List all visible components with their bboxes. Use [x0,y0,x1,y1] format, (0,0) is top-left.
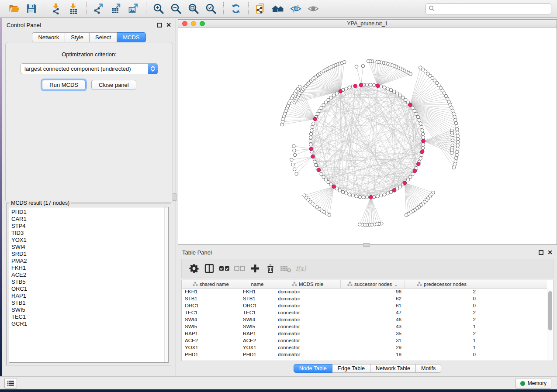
predecessor-nodes-cell[interactable]: 2 [405,309,479,316]
optimization-criterion-select[interactable]: largest connected component (undirected) [21,63,158,74]
successor-nodes-cell[interactable]: 18 [340,351,405,358]
name-cell[interactable]: ORC1 [240,302,275,309]
result-list-item[interactable]: RAP1 [9,292,168,299]
predecessor-nodes-cell[interactable]: 1 [405,344,479,351]
memory-button[interactable]: Memory [515,378,551,389]
column-header-successor-nodes[interactable]: successor nodes⌄ [340,280,405,288]
float-icon[interactable] [157,23,162,28]
export-network-icon[interactable] [92,2,105,15]
refresh-icon[interactable] [229,2,242,15]
shared-name-cell[interactable]: YOX1 [182,344,240,351]
tab-network[interactable]: Network [32,32,65,42]
predecessor-nodes-cell[interactable]: 1 [405,337,479,344]
tab-node-table[interactable]: Node Table [294,364,332,373]
result-list-item[interactable]: STB5 [9,279,168,285]
shared-name-cell[interactable]: RAP1 [182,330,240,337]
table-row[interactable]: YOX1YOX1connector291 [182,344,547,351]
zoom-out-icon[interactable] [170,2,183,15]
shared-name-cell[interactable]: FKH1 [182,288,240,295]
shared-name-cell[interactable]: STB1 [182,295,240,302]
mcds-role-cell[interactable]: connector [275,323,340,330]
show-selected-icon[interactable] [307,2,320,15]
predecessor-nodes-cell[interactable]: 0 [405,295,479,302]
save-icon[interactable] [25,2,38,15]
tab-edge-table[interactable]: Edge Table [332,364,370,373]
open-folder-icon[interactable] [7,2,21,15]
tab-select[interactable]: Select [90,32,117,42]
shared-name-cell[interactable]: SWI5 [182,323,240,330]
close-icon[interactable]: ✕ [166,23,171,28]
table-row[interactable]: ACE2ACE2connector311 [182,337,547,344]
mcds-role-cell[interactable]: connector [275,337,340,344]
name-cell[interactable]: SWI4 [240,316,275,323]
result-list-item[interactable]: PMA2 [9,258,168,265]
zoom-in-icon[interactable] [152,2,165,15]
predecessor-nodes-cell[interactable]: 2 [405,330,479,337]
tab-motifs[interactable]: Motifs [416,364,441,373]
import-table-icon[interactable] [67,2,80,15]
node-table[interactable]: shared namenameMCDS rolesuccessor nodes⌄… [182,280,547,358]
shared-name-cell[interactable]: TEC1 [182,309,240,316]
mcds-role-cell[interactable]: dominator [275,316,340,323]
search-box[interactable] [426,3,551,14]
table-row[interactable]: SWI5SWI5connector431 [182,323,547,330]
result-list-item[interactable]: CAR1 [9,216,168,223]
mcds-result-list[interactable]: PHD1CAR1STP4TID3YOX1SWI4SRD1PMA2FKH1ACE2… [9,207,169,363]
column-header-shared-name[interactable]: shared name [182,280,240,288]
table-row[interactable]: PHD1PHD1dominator180 [182,351,547,358]
successor-nodes-cell[interactable]: 96 [340,288,405,295]
successor-nodes-cell[interactable]: 31 [340,337,405,344]
add-icon[interactable] [249,262,261,275]
successor-nodes-cell[interactable]: 62 [340,295,405,302]
name-cell[interactable]: SWI5 [240,323,275,330]
zoom-selected-icon[interactable] [204,2,218,15]
table-scrollbar[interactable] [547,289,553,360]
result-list-item[interactable]: FKH1 [9,265,168,272]
share-document-icon[interactable] [254,2,267,15]
columns-icon[interactable] [203,262,215,275]
mcds-role-cell[interactable]: dominator [275,351,340,358]
result-list-item[interactable]: TEC1 [9,313,168,320]
shared-name-cell[interactable]: ORC1 [182,302,240,309]
hide-selected-icon[interactable] [289,2,302,15]
column-header-MCDS-role[interactable]: MCDS role [275,280,340,288]
name-cell[interactable]: PHD1 [240,351,275,358]
mcds-role-cell[interactable]: dominator [275,302,340,309]
tab-network-table[interactable]: Network Table [370,364,416,373]
mcds-role-cell[interactable]: dominator [275,330,340,337]
predecessor-nodes-cell[interactable]: 0 [405,302,479,309]
horizontal-splitter-handle[interactable] [363,243,370,247]
unselect-all-icon[interactable] [234,262,246,275]
predecessor-nodes-cell[interactable]: 2 [405,316,479,323]
name-cell[interactable]: RAP1 [240,330,275,337]
mcds-role-cell[interactable]: connector [275,344,340,351]
successor-nodes-cell[interactable]: 43 [340,323,405,330]
delete-icon[interactable] [264,262,277,275]
result-list-item[interactable]: STP4 [9,223,168,230]
vertical-splitter-handle[interactable] [173,193,176,201]
tab-mcds[interactable]: MCDS [117,32,145,42]
shared-name-cell[interactable]: PHD1 [182,351,240,358]
export-image-icon[interactable] [127,2,140,15]
table-scrollbar-thumb[interactable] [548,291,552,330]
successor-nodes-cell[interactable]: 35 [340,330,405,337]
result-list-scrollbar[interactable] [164,207,168,362]
table-row[interactable]: RAP1RAP1dominator352 [182,330,547,337]
column-header-name[interactable]: name [240,280,275,288]
successor-nodes-cell[interactable]: 29 [340,344,405,351]
table-row[interactable]: SWI4SWI4dominator462 [182,316,547,323]
mcds-role-cell[interactable]: connector [275,309,340,316]
table-row[interactable]: FKH1FKH1dominator962 [182,288,547,295]
mcds-role-cell[interactable]: dominator [275,295,340,302]
run-mcds-button[interactable]: Run MCDS [42,80,86,90]
name-cell[interactable]: TEC1 [240,309,275,316]
search-input[interactable] [437,6,548,12]
float-icon[interactable] [539,250,543,255]
result-list-item[interactable]: GCR1 [9,320,168,327]
result-list-item[interactable]: TID3 [9,230,168,237]
select-all-icon[interactable] [218,262,231,275]
result-list-item[interactable]: ACE2 [9,272,168,279]
list-icon[interactable] [4,378,17,389]
table-row[interactable]: TEC1TEC1connector472 [182,309,547,316]
name-cell[interactable]: FKH1 [240,288,275,295]
